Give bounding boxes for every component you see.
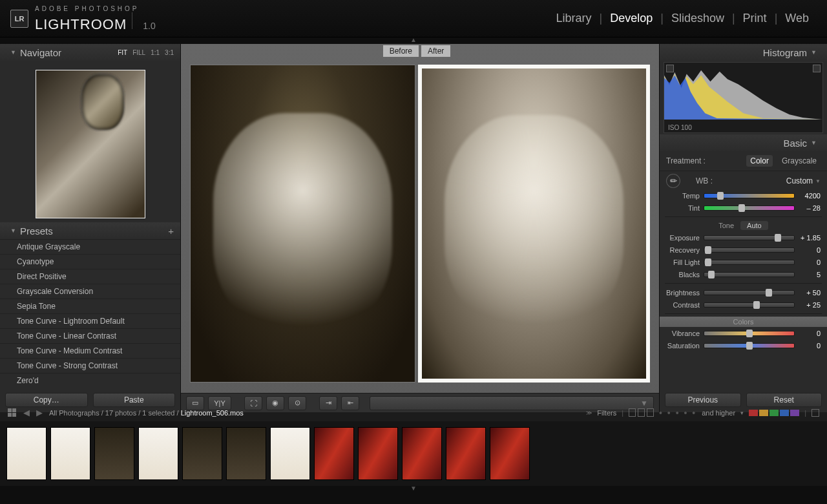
highlight-clip-icon[interactable] — [813, 65, 821, 72]
wb-label: WB : — [696, 176, 713, 185]
histogram-header[interactable]: Histogram ▼ — [660, 44, 827, 61]
contrast-value[interactable]: + 25 — [795, 301, 821, 309]
paste-button[interactable]: Paste — [93, 393, 176, 407]
wb-dropdown[interactable]: Custom — [786, 176, 813, 185]
panel-collapse-bottom[interactable]: ▼ — [0, 486, 827, 492]
presets-header[interactable]: ▼ Presets + — [0, 222, 180, 239]
filllight-value[interactable]: 0 — [795, 258, 821, 266]
crop-button[interactable]: ⛶ — [244, 396, 262, 410]
add-preset-icon[interactable]: + — [168, 226, 174, 236]
flag-filters[interactable] — [629, 408, 654, 417]
thumb[interactable] — [138, 427, 178, 480]
brand-version: 1.0 — [143, 21, 155, 30]
app-logo: LR — [10, 10, 28, 28]
copy-after-button[interactable]: ⇥ — [319, 396, 337, 410]
loupe-view-button[interactable]: ▭ — [186, 396, 204, 410]
color-filters[interactable] — [749, 410, 799, 416]
copy-button[interactable]: Copy… — [5, 393, 88, 407]
after-image[interactable] — [418, 65, 650, 383]
zoom-3-1[interactable]: 3:1 — [165, 49, 174, 56]
filters-label[interactable]: Filters — [597, 409, 616, 417]
vibrance-value[interactable]: 0 — [795, 330, 821, 337]
preset-item[interactable]: Tone Curve - Lightroom Default — [0, 313, 180, 328]
blacks-value[interactable]: 5 — [795, 271, 821, 278]
preset-item[interactable]: Direct Positive — [0, 269, 180, 284]
copy-before-button[interactable]: ⇤ — [341, 396, 359, 410]
temp-value[interactable]: 4200 — [795, 192, 821, 200]
thumb[interactable] — [182, 427, 222, 480]
thumb[interactable] — [50, 427, 90, 480]
basic-header[interactable]: Basic ▼ — [660, 134, 827, 151]
saturation-value[interactable]: 0 — [795, 342, 821, 350]
brand-product: LIGHTROOM — [35, 17, 127, 32]
preset-item[interactable]: Grayscale Conversion — [0, 284, 180, 299]
preset-item[interactable]: Tone Curve - Medium Contrast — [0, 343, 180, 358]
tint-value[interactable]: – 28 — [795, 204, 821, 212]
preset-item[interactable]: Cyanotype — [0, 254, 180, 269]
thumb[interactable] — [270, 427, 310, 480]
module-slideshow[interactable]: Slideshow — [669, 12, 727, 25]
preset-item[interactable]: Tone Curve - Strong Contrast — [0, 358, 180, 373]
recovery-value[interactable]: 0 — [795, 246, 821, 254]
auto-tone-button[interactable]: Auto — [740, 221, 768, 230]
nav-fwd-icon[interactable]: ▶ — [36, 408, 43, 417]
after-label: After — [421, 45, 450, 57]
zoom-fill[interactable]: FILL — [132, 49, 145, 56]
blacks-slider[interactable] — [704, 272, 795, 277]
thumb[interactable] — [358, 427, 398, 480]
filter-lock-icon[interactable] — [811, 409, 819, 417]
thumb[interactable] — [226, 427, 266, 480]
vibrance-slider[interactable] — [704, 331, 795, 336]
zoom-1-1[interactable]: 1:1 — [151, 49, 160, 56]
brightness-slider[interactable] — [704, 290, 795, 295]
thumb[interactable] — [94, 427, 134, 480]
thumb[interactable] — [6, 427, 47, 480]
brand-text: ADOBE PHOTOSHOP LIGHTROOM 1.0 — [35, 6, 156, 32]
preset-item[interactable]: Tone Curve - Linear Contrast — [0, 328, 180, 343]
reset-button[interactable]: Reset — [746, 393, 822, 407]
brightness-value[interactable]: + 50 — [795, 289, 821, 297]
breadcrumb[interactable]: All Photographs / 17 photos / 1 selected… — [49, 409, 244, 417]
tint-slider[interactable] — [704, 205, 795, 211]
shadow-clip-icon[interactable] — [666, 65, 674, 72]
exposure-slider[interactable] — [704, 235, 795, 240]
panel-collapse-top[interactable]: ▲ — [0, 37, 827, 44]
thumb[interactable] — [446, 427, 486, 480]
contrast-slider[interactable] — [704, 302, 795, 308]
brand-company: ADOBE PHOTOSHOP — [35, 6, 156, 12]
eyedropper-icon[interactable]: ✎ — [663, 171, 683, 191]
preset-item[interactable]: Antique Grayscale — [0, 239, 180, 254]
treatment-color[interactable]: Color — [746, 155, 773, 167]
before-image[interactable] — [190, 65, 415, 383]
rating-mode[interactable]: and higher — [702, 409, 735, 417]
treatment-grayscale[interactable]: Grayscale — [778, 155, 821, 167]
recovery-slider[interactable] — [704, 247, 795, 253]
saturation-slider[interactable] — [704, 343, 795, 348]
module-library[interactable]: Library — [553, 12, 594, 25]
preset-item[interactable]: Sepia Tone — [0, 299, 180, 313]
spot-button[interactable]: ◉ — [266, 396, 284, 410]
navigator-header[interactable]: ▼ Navigator FIT FILL 1:1 3:1 — [0, 44, 180, 61]
basic-title: Basic — [783, 138, 807, 149]
filmstrip[interactable] — [0, 421, 827, 486]
module-develop[interactable]: Develop — [607, 12, 655, 25]
compare-view-button[interactable]: Y|Y — [208, 396, 231, 410]
before-label: Before — [383, 45, 419, 57]
thumb[interactable] — [490, 427, 530, 480]
treatment-label: Treatment : — [666, 156, 741, 165]
module-print[interactable]: Print — [740, 12, 769, 25]
preset-item[interactable]: Zero'd — [0, 373, 180, 388]
rating-filter[interactable]: • • • • • — [659, 408, 696, 418]
thumb[interactable] — [314, 427, 354, 480]
thumb[interactable] — [402, 427, 442, 480]
temp-slider[interactable] — [704, 193, 795, 198]
previous-button[interactable]: Previous — [665, 393, 741, 407]
module-web[interactable]: Web — [782, 12, 811, 25]
redeye-button[interactable]: ⊙ — [288, 396, 306, 410]
filllight-slider[interactable] — [704, 260, 795, 265]
exposure-value[interactable]: + 1.85 — [795, 234, 821, 242]
zoom-fit[interactable]: FIT — [118, 49, 127, 56]
nav-back-icon[interactable]: ◀ — [23, 408, 30, 417]
histogram[interactable]: ISO 100 — [664, 62, 823, 133]
grid-icon[interactable] — [8, 408, 17, 417]
